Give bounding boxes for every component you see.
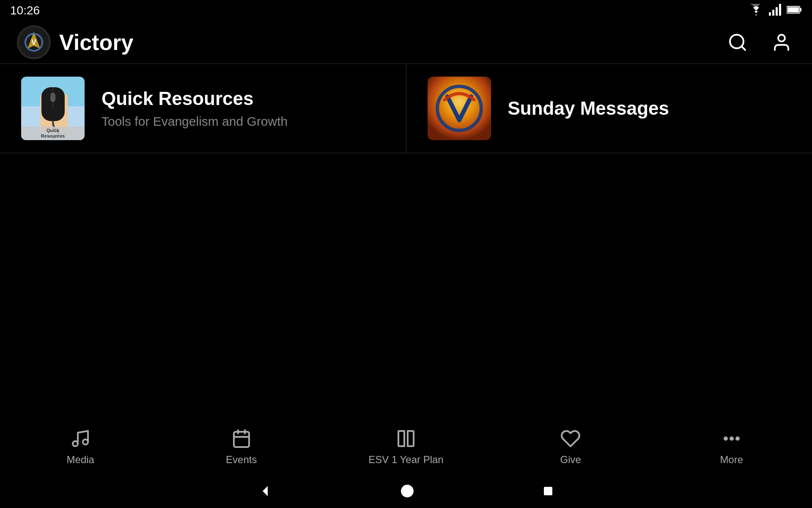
svg-point-13 <box>778 35 785 41</box>
app-bar-actions <box>724 29 795 56</box>
quick-resources-thumbnail: Quick Resources <box>21 77 85 140</box>
quick-resources-info: Quick Resources Tools for Evangelism and… <box>102 88 288 129</box>
nav-item-events[interactable]: Events <box>208 428 275 466</box>
svg-rect-2 <box>776 7 778 16</box>
sunday-messages-card[interactable]: Sunday Messages <box>406 64 812 153</box>
nav-item-more[interactable]: More <box>698 428 765 466</box>
app-title: Victory <box>59 30 133 55</box>
svg-rect-1 <box>772 10 774 16</box>
status-icons <box>749 4 802 17</box>
svg-text:Resources: Resources <box>41 133 65 138</box>
content-area: Quick Resources Quick Resources Tools fo… <box>0 64 812 153</box>
back-button[interactable] <box>258 483 273 499</box>
svg-point-36 <box>730 437 733 440</box>
svg-text:Quick: Quick <box>47 128 60 133</box>
svg-line-12 <box>741 46 745 50</box>
quick-resources-title: Quick Resources <box>102 88 288 109</box>
svg-point-39 <box>401 485 414 497</box>
heart-icon <box>560 428 581 450</box>
svg-rect-5 <box>800 8 801 11</box>
svg-rect-40 <box>544 487 552 495</box>
wifi-icon <box>749 4 764 17</box>
calendar-icon <box>231 428 252 450</box>
nav-more-label: More <box>720 454 743 466</box>
svg-marker-38 <box>263 486 268 496</box>
app-bar-left: V Victory <box>17 25 133 59</box>
nav-item-esv[interactable]: ESV 1 Year Plan <box>368 428 443 466</box>
nav-esv-label: ESV 1 Year Plan <box>368 454 443 466</box>
status-bar: 10:26 <box>0 0 812 21</box>
svg-point-26 <box>83 439 88 444</box>
ellipsis-icon <box>721 428 742 450</box>
svg-rect-3 <box>779 4 781 16</box>
svg-rect-32 <box>408 431 414 446</box>
nav-give-label: Give <box>560 454 581 466</box>
bottom-nav: Media Events ESV 1 Year Plan <box>0 420 812 474</box>
system-nav-bar <box>0 474 812 508</box>
svg-text:V: V <box>31 38 36 47</box>
status-time: 10:26 <box>10 4 40 17</box>
recents-button[interactable] <box>542 485 554 497</box>
book-open-icon <box>396 428 416 450</box>
svg-rect-31 <box>398 431 404 446</box>
svg-rect-0 <box>769 12 771 16</box>
sunday-messages-info: Sunday Messages <box>508 98 669 119</box>
svg-point-25 <box>73 441 78 446</box>
svg-rect-19 <box>50 93 55 102</box>
app-bar: V Victory <box>0 21 812 64</box>
nav-events-label: Events <box>226 454 257 466</box>
svg-rect-6 <box>787 7 799 12</box>
signal-icon <box>769 4 782 17</box>
quick-resources-card[interactable]: Quick Resources Quick Resources Tools fo… <box>0 64 406 153</box>
nav-item-media[interactable]: Media <box>47 428 114 466</box>
sunday-messages-title: Sunday Messages <box>508 98 669 119</box>
svg-point-35 <box>724 437 727 440</box>
nav-item-give[interactable]: Give <box>537 428 604 466</box>
quick-resources-subtitle: Tools for Evangelism and Growth <box>102 114 288 129</box>
app-logo[interactable]: V <box>17 25 51 59</box>
svg-rect-27 <box>234 432 249 447</box>
search-button[interactable] <box>724 29 751 56</box>
nav-media-label: Media <box>67 454 94 466</box>
svg-point-37 <box>736 437 739 440</box>
account-button[interactable] <box>768 29 795 56</box>
sunday-messages-thumbnail <box>428 77 491 140</box>
music-note-icon <box>70 428 91 450</box>
home-button[interactable] <box>400 483 415 499</box>
battery-icon <box>787 6 802 16</box>
